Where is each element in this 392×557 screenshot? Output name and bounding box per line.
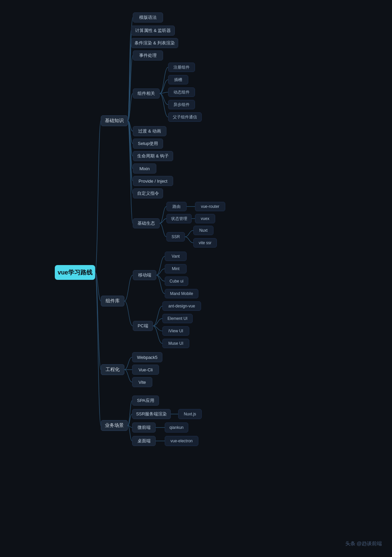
node-vuex: vuex: [195, 214, 215, 223]
node-chacao: 插槽: [168, 75, 188, 84]
node-nuxtjs: Nuxt.js: [178, 409, 202, 419]
node-vuerouter: vue-router: [195, 202, 225, 211]
node-elementui: Element UI: [162, 314, 193, 323]
node-provide: Provide / Inject: [133, 176, 173, 186]
node-zujianku: 组件库: [101, 296, 124, 306]
node-webpack5: Webpack5: [132, 352, 162, 362]
node-vant: Vant: [165, 252, 187, 261]
node-nuxt: Nuxt: [193, 226, 213, 235]
node-weiqian: 微前端: [132, 422, 156, 433]
node-antdesign: ant-design-vue: [162, 301, 201, 311]
node-qiankun: qiankun: [165, 422, 188, 433]
node-vite: Vite: [132, 377, 152, 387]
node-setup: Setup使用: [133, 139, 163, 149]
node-cubeui: Cube ui: [165, 276, 188, 286]
node-iviewui: iView UI: [162, 326, 189, 336]
node-zhuce: 注册组件: [168, 63, 195, 72]
node-vitessr: vite ssr: [193, 238, 217, 248]
node-zhuangtai: 状态管理: [166, 214, 192, 223]
node-ssrfuwu: SSR服务端渲染: [132, 409, 171, 419]
node-zidingyi: 自定义指令: [133, 188, 163, 198]
node-mandmobile: Mand Mobile: [165, 289, 198, 298]
node-fuzi: 父子组件通信: [168, 112, 202, 122]
node-luyou: 路由: [166, 202, 187, 211]
node-yibu: 异步组件: [168, 100, 195, 109]
node-dongtai: 动态组件: [168, 87, 195, 97]
node-jichushentai: 基础生态: [133, 218, 160, 228]
node-mixin: Mixin: [133, 163, 156, 174]
node-shengming: 生命周期 & 钩子: [133, 151, 173, 161]
node-vuecli: Vue-Cli: [132, 365, 159, 375]
node-yidongduan: 移动端: [133, 270, 156, 280]
node-tiaojian: 条件渲染 & 列表渲染: [131, 38, 178, 48]
node-ssr: SSR: [166, 232, 185, 242]
node-pcduan: PC端: [133, 321, 153, 331]
node-vueelectron: vue-electron: [165, 436, 198, 446]
node-gongchenghua: 工程化: [101, 364, 124, 375]
mind-map-container: vue学习路线基础知识模版语法计算属性 & 监听器条件渲染 & 列表渲染事件处理…: [0, 0, 392, 557]
node-yewu: 业务场景: [101, 420, 128, 431]
node-jichu: 基础知识: [101, 115, 128, 126]
node-guodu: 过渡 & 动画: [133, 126, 166, 136]
node-shijian: 事件处理: [133, 50, 163, 61]
node-muban: 模版语法: [133, 12, 163, 23]
watermark: 头条 @趋谈前端: [345, 541, 382, 547]
node-zhuomian: 桌面端: [132, 436, 156, 446]
node-spa: SPA应用: [132, 396, 159, 406]
node-root: vue学习路线: [55, 265, 95, 280]
node-zujian: 组件相关: [133, 88, 160, 99]
node-museui: Muse UI: [162, 339, 189, 348]
node-jisuanshu: 计算属性 & 监听器: [131, 26, 175, 36]
node-mint: Mint: [165, 264, 187, 273]
